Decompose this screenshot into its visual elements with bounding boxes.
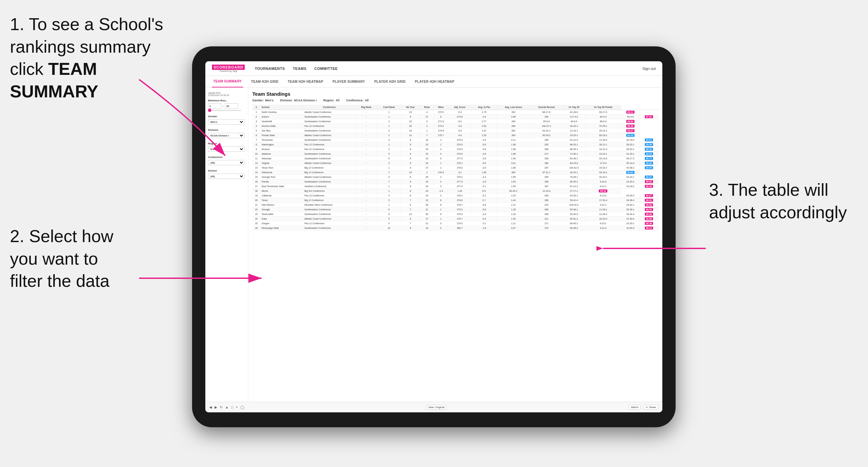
table-cell: 265 xyxy=(530,138,563,143)
table-cell: 7 xyxy=(401,221,420,226)
gender-select[interactable]: Men's Women's xyxy=(208,119,244,125)
table-cell: 2.11 xyxy=(496,138,530,143)
table-cell: 2 xyxy=(377,170,401,175)
table-cell: -1.8 xyxy=(472,226,496,230)
table-cell: -5.1 xyxy=(472,184,496,189)
forward-icon[interactable]: ▶ xyxy=(215,405,217,409)
table-cell: 8 xyxy=(401,138,420,143)
bookmark-icon[interactable]: □ xyxy=(231,405,233,409)
refresh-icon[interactable]: ↻ xyxy=(220,405,222,409)
table-cell: 66-40-1 xyxy=(563,221,585,226)
table-cell: 1 xyxy=(377,184,401,189)
share-button[interactable]: ↩ Share xyxy=(644,405,658,410)
conference-chip: Conference: All xyxy=(346,99,369,102)
table-cell: 270 xyxy=(530,226,563,230)
table-cell: 24 xyxy=(420,193,434,198)
table-cell: 29-20-1 xyxy=(621,203,640,207)
table-cell: 5 xyxy=(377,217,401,221)
table-cell: 279.9 xyxy=(448,138,472,143)
clock-icon[interactable]: ◯ xyxy=(241,405,244,409)
add-icon[interactable]: + xyxy=(236,405,238,409)
table-cell: Florida State xyxy=(260,133,303,138)
table-cell: -3.1 xyxy=(448,170,472,175)
table-row: 11ArkansasSoutheastern Conference-682382… xyxy=(252,156,658,161)
table-cell: Pac-12 Conference xyxy=(303,193,356,198)
tab-player-summary[interactable]: PLAYER SUMMARY xyxy=(331,75,366,88)
nav-committee[interactable]: COMMITTEE xyxy=(314,67,338,70)
table-cell: - xyxy=(356,147,377,152)
view-original-button[interactable]: View: Original xyxy=(426,405,447,410)
table-cell: Mississippi State xyxy=(260,226,303,230)
conference-select[interactable]: (All) xyxy=(208,160,244,165)
table-row: 17East Tennessee StateSouthern Conferenc… xyxy=(252,184,658,189)
table-cell: -2.0 xyxy=(472,212,496,217)
table-cell: Illinois xyxy=(260,189,303,193)
table-cell: 2.37 xyxy=(472,128,496,133)
share-icon[interactable]: ▲ xyxy=(225,405,228,409)
watch-button[interactable]: Watch xyxy=(628,405,641,410)
tab-player-h2h-grid[interactable]: PLAYER H2H GRID xyxy=(373,75,407,88)
table-cell: 1.55 xyxy=(496,184,530,189)
table-row: 9ArizonaPac-12 Conference-28234276.3-4.6… xyxy=(252,147,658,152)
table-row: 26Mississippi StateSoutheastern Conferen… xyxy=(252,226,658,230)
table-cell: 40-38-2 xyxy=(621,165,640,170)
table-cell: 80.16 xyxy=(640,184,658,189)
table-cell: 23 xyxy=(420,143,434,147)
table-cell: 11 xyxy=(252,156,260,161)
logo-sub: Powered by clipp xyxy=(220,70,237,72)
table-cell: - xyxy=(356,180,377,184)
tab-team-h2h-heatmap[interactable]: TEAM H2H HEATMAP xyxy=(286,75,324,88)
table-cell: 271.9 xyxy=(434,119,448,124)
logo-text[interactable]: SCOREBOARD xyxy=(212,65,245,70)
table-row: 7TennesseeSoutheastern Conference-481822… xyxy=(252,138,658,143)
nav-tournaments[interactable]: TOURNAMENTS xyxy=(255,67,285,70)
instruction-1: 1. To see a School's rankings summary cl… xyxy=(10,13,169,103)
table-cell: 275.7 xyxy=(434,133,448,138)
table-row: 21New MexicoMountain West Conference-192… xyxy=(252,203,658,207)
table-cell: -0.4 xyxy=(472,217,496,221)
table-cell: 21 xyxy=(252,203,260,207)
standings-table: # School Conference Rtg Rank Conf Rank N… xyxy=(252,105,658,230)
table-cell: 23-33-1 xyxy=(621,221,640,226)
table-cell: - xyxy=(356,184,377,189)
table-cell: 23 xyxy=(420,189,434,193)
table-cell: Southeastern Conference xyxy=(303,128,356,133)
table-cell: -5.0 xyxy=(448,128,472,133)
region-select[interactable]: N/A All xyxy=(208,146,244,152)
table-cell: 23-13-0 xyxy=(585,156,621,161)
table-cell: 1.41 xyxy=(496,203,530,207)
nav-teams[interactable]: TEAMS xyxy=(293,67,306,70)
table-cell: 39-23-1 xyxy=(621,147,640,152)
table-cell: Southeastern Conference xyxy=(303,138,356,143)
col-rtg-rank: Rtg Rank xyxy=(356,105,377,110)
table-cell: Southeastern Conference xyxy=(303,115,356,119)
table-cell: Atlantic Coast Conference xyxy=(303,217,356,221)
table-cell: Tennessee xyxy=(260,138,303,143)
table-cell: 269 xyxy=(496,170,530,175)
table-cell: 8 xyxy=(252,143,260,147)
table-cell: 7 xyxy=(252,138,260,143)
tab-team-h2h-grid[interactable]: TEAM H2H GRID xyxy=(250,75,280,88)
table-row: 16FloridaSoutheastern Conference-7924427… xyxy=(252,180,658,184)
division-select[interactable]: NCAA Division I NCAA Division II NCAA Di… xyxy=(208,133,244,138)
table-row: 3VanderbiltSoutheastern Conference-22352… xyxy=(252,119,658,124)
col-vs-top50: Vs Top 50 Points xyxy=(585,105,621,110)
table-cell: 13-24-1 xyxy=(585,152,621,156)
school-select[interactable]: (All) xyxy=(208,174,244,179)
min-rounds-slider[interactable] xyxy=(208,110,241,111)
min-rounds-row: - xyxy=(208,103,245,108)
tab-team-summary[interactable]: TEAM SUMMARY xyxy=(212,75,243,88)
step2-line2: you want to xyxy=(10,248,149,270)
table-cell: 267 xyxy=(530,184,563,189)
min-rounds-max-input[interactable] xyxy=(225,103,238,108)
min-rounds-min-input[interactable] xyxy=(208,103,221,108)
table-cell: Duke xyxy=(260,217,303,221)
col-rnds: Rnds xyxy=(420,105,434,110)
table-cell: -4.6 xyxy=(472,147,496,152)
sign-out-button[interactable]: Sign out xyxy=(643,67,656,70)
table-cell: 1.28 xyxy=(496,207,530,212)
table-cell: 3 xyxy=(377,128,401,133)
table-cell: 69-6-0 xyxy=(585,119,621,124)
back-icon[interactable]: ◀ xyxy=(209,405,212,409)
tab-player-h2h-heatmap[interactable]: PLAYER H2H HEATMAP xyxy=(414,75,456,88)
